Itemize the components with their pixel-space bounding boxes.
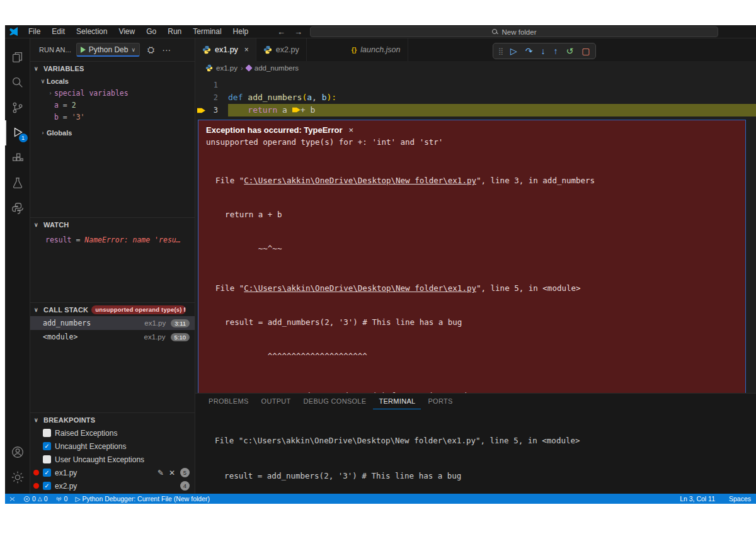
tab-launch-json[interactable]: {} launch.json bbox=[345, 38, 408, 61]
breakpoints-header[interactable]: ∨ BREAKPOINTS bbox=[30, 413, 195, 426]
menu-file[interactable]: File bbox=[23, 26, 46, 37]
traceback-code-line: result = add_numbers(2, '3') # This line… bbox=[206, 317, 738, 328]
tab-ex1[interactable]: ex1.py × bbox=[195, 38, 256, 61]
search-text: New folder bbox=[502, 28, 537, 36]
accounts-icon[interactable] bbox=[5, 440, 30, 465]
debug-badge: 1 bbox=[19, 134, 28, 142]
problems-status[interactable]: 0 △ 0 bbox=[23, 495, 48, 503]
nav-forward-icon[interactable]: → bbox=[294, 27, 302, 37]
variable-row-a[interactable]: a = 2 bbox=[30, 99, 195, 111]
continue-icon[interactable]: ▷ bbox=[510, 47, 517, 55]
nav-back-icon[interactable]: ← bbox=[277, 27, 285, 37]
menu-view[interactable]: View bbox=[113, 26, 140, 37]
source-control-icon[interactable] bbox=[5, 95, 30, 120]
menu-go[interactable]: Go bbox=[140, 26, 162, 37]
checkbox-checked[interactable]: ✓ bbox=[43, 482, 51, 490]
call-stack-header[interactable]: ∨ CALL STACK unsupported operand type(s)… bbox=[30, 303, 195, 316]
editor-tabs-bar: ex1.py × ex2.py {} launch.json ⣿ ▷ ↷ ↓ ↑ bbox=[195, 38, 756, 61]
breakpoints-section: ∨ BREAKPOINTS Raised Exceptions ✓ Uncaug… bbox=[30, 412, 195, 494]
restart-icon[interactable]: ↺ bbox=[566, 47, 574, 55]
terminal[interactable]: File "c:\Users\akkin\OneDrive\Desktop\Ne… bbox=[195, 409, 756, 494]
breadcrumb-separator: › bbox=[241, 64, 243, 72]
menu-edit[interactable]: Edit bbox=[46, 26, 71, 37]
tab-ex2[interactable]: ex2.py bbox=[256, 38, 307, 61]
breakpoint-file-ex2[interactable]: ✓ ex2.py 4 bbox=[30, 479, 195, 492]
python-file-icon bbox=[263, 45, 272, 54]
close-tab-icon[interactable]: × bbox=[244, 45, 249, 54]
extensions-icon[interactable] bbox=[5, 145, 30, 171]
locals-scope[interactable]: ∨ Locals bbox=[30, 75, 195, 87]
ports-status[interactable]: 0 bbox=[55, 495, 68, 503]
symbol-method-icon bbox=[245, 64, 252, 71]
checkbox-unchecked[interactable] bbox=[43, 455, 51, 463]
more-actions-icon[interactable]: ··· bbox=[162, 45, 171, 55]
code-editor[interactable]: 1 2 def add_numbers(a, b): 3 return a + … bbox=[195, 75, 756, 393]
watch-expression-row[interactable]: result = NameError: name 'resu… bbox=[30, 234, 195, 246]
testing-icon[interactable] bbox=[5, 171, 30, 196]
run-and-debug-icon[interactable]: 1 bbox=[5, 120, 30, 145]
radio-tower-icon bbox=[55, 496, 62, 503]
exception-widget: Exception has occurred: TypeError × unsu… bbox=[198, 120, 746, 393]
stack-frame-row[interactable]: <module> ex1.py 5:10 bbox=[30, 330, 195, 344]
breakpoint-raised-exceptions[interactable]: Raised Exceptions bbox=[30, 426, 195, 440]
cursor-position[interactable]: Ln 3, Col 11 bbox=[680, 495, 715, 503]
debug-config-label: Python Deb bbox=[89, 45, 129, 54]
drag-handle-icon[interactable]: ⣿ bbox=[498, 48, 502, 55]
checkbox-checked[interactable]: ✓ bbox=[43, 469, 51, 477]
menu-selection[interactable]: Selection bbox=[71, 26, 113, 37]
variables-header[interactable]: ∨ VARIABLES bbox=[30, 62, 195, 75]
indentation-setting[interactable]: Spaces bbox=[729, 495, 751, 503]
watch-header[interactable]: ∨ WATCH bbox=[30, 218, 195, 231]
call-stack-section: ∨ CALL STACK unsupported operand type(s)… bbox=[30, 302, 195, 412]
stack-frame-row[interactable]: add_numbers ex1.py 3:11 bbox=[30, 316, 195, 330]
step-into-icon[interactable]: ↓ bbox=[541, 47, 546, 55]
tab-ports[interactable]: PORTS bbox=[422, 394, 458, 409]
menu-run[interactable]: Run bbox=[162, 26, 187, 37]
breakpoint-uncaught-exceptions[interactable]: ✓ Uncaught Exceptions bbox=[30, 440, 195, 453]
remote-indicator[interactable] bbox=[9, 496, 16, 503]
debug-current-line-arrow-icon bbox=[197, 107, 205, 114]
python-extension-icon[interactable] bbox=[5, 196, 30, 221]
debug-config-dropdown[interactable]: Python Deb ∨ bbox=[76, 43, 140, 57]
breakpoint-count-badge: 4 bbox=[180, 481, 190, 491]
variable-row-b[interactable]: b = '3' bbox=[30, 111, 195, 123]
tab-debug-console[interactable]: DEBUG CONSOLE bbox=[298, 394, 372, 409]
start-debug-icon[interactable] bbox=[81, 47, 86, 53]
explorer-icon[interactable] bbox=[5, 45, 30, 70]
traceback-code-line: return a + b bbox=[206, 209, 738, 220]
breadcrumb-file[interactable]: ex1.py bbox=[216, 64, 238, 72]
menu-terminal[interactable]: Terminal bbox=[187, 26, 227, 37]
debug-settings-gear-icon[interactable]: ⛭ bbox=[147, 45, 154, 55]
step-over-icon[interactable]: ↷ bbox=[525, 47, 533, 55]
breakpoint-user-uncaught-exceptions[interactable]: User Uncaught Exceptions bbox=[30, 453, 195, 466]
tab-problems[interactable]: PROBLEMS bbox=[203, 394, 255, 409]
tab-output[interactable]: OUTPUT bbox=[256, 394, 297, 409]
step-out-icon[interactable]: ↑ bbox=[554, 47, 558, 55]
warning-icon: △ bbox=[38, 496, 42, 502]
stop-icon[interactable]: ▢ bbox=[581, 47, 590, 55]
tab-terminal[interactable]: TERMINAL bbox=[373, 394, 421, 409]
special-variables-row[interactable]: › special variables bbox=[30, 87, 195, 99]
menu-help[interactable]: Help bbox=[227, 26, 255, 37]
file-link[interactable]: C:\Users\akkin\OneDrive\Desktop\New fold… bbox=[244, 283, 476, 293]
debugger-status[interactable]: ▷ Python Debugger: Current File (New fol… bbox=[75, 495, 210, 503]
line-col-badge: 5:10 bbox=[171, 333, 190, 341]
panel-tabs: PROBLEMS OUTPUT DEBUG CONSOLE TERMINAL P… bbox=[195, 394, 756, 409]
python-file-icon bbox=[205, 64, 213, 72]
breadcrumb-symbol[interactable]: add_numbers bbox=[255, 64, 299, 72]
error-icon bbox=[23, 496, 30, 503]
settings-gear-icon[interactable] bbox=[5, 465, 30, 490]
file-link[interactable]: C:\Users\akkin\OneDrive\Desktop\New fold… bbox=[244, 176, 476, 185]
chevron-down-icon: ∨ bbox=[131, 47, 135, 53]
search-sidebar-icon[interactable] bbox=[5, 70, 30, 95]
remove-breakpoint-icon[interactable]: ✕ bbox=[169, 469, 175, 477]
vscode-window: File Edit Selection View Go Run Terminal… bbox=[5, 25, 756, 504]
checkbox-unchecked[interactable] bbox=[43, 429, 51, 437]
checkbox-checked[interactable]: ✓ bbox=[43, 442, 51, 450]
breakpoint-file-ex1[interactable]: ✓ ex1.py ✎ ✕ 5 bbox=[30, 466, 195, 479]
edit-breakpoint-icon[interactable]: ✎ bbox=[158, 469, 164, 477]
globals-scope[interactable]: › Globals bbox=[30, 127, 195, 139]
command-center-search[interactable]: New folder bbox=[310, 26, 718, 37]
debug-icon: ▷ bbox=[75, 495, 80, 503]
close-icon[interactable]: × bbox=[349, 125, 354, 135]
